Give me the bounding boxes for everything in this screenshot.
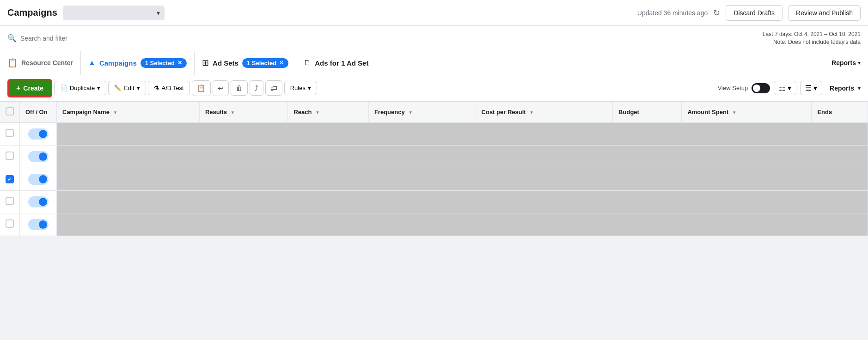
table-row [0,145,868,168]
table-row [0,213,868,236]
row3-data [57,168,868,190]
row1-checkbox[interactable] [6,129,14,137]
row4-checkbox[interactable] [6,197,14,205]
campaigns-tab[interactable]: ▲ Campaigns 1 Selected ✕ [81,51,195,75]
row1-data [57,122,868,145]
row3-checkbox-cell[interactable]: ✓ [0,168,20,190]
duplicate-dropdown-icon[interactable]: ▾ [97,85,100,91]
copy-icon-button[interactable]: 📋 [192,80,211,96]
reports-section[interactable]: Reports ▾ [831,59,861,67]
campaign-name-sort-icon[interactable]: ▼ [113,110,118,115]
table-row: ✓ [0,168,868,190]
tag-icon-button[interactable]: 🏷 [265,80,282,96]
header-frequency[interactable]: Frequency ▼ [368,102,476,123]
adsets-label: Ad Sets [213,59,238,67]
ab-test-button[interactable]: ⚗ A/B Test [148,81,190,95]
adsets-selected-badge[interactable]: 1 Selected ✕ [242,58,288,68]
create-button[interactable]: + Create [7,79,52,97]
toolbar: + Create 📄 Duplicate ▾ ✏️ Edit ▾ ⚗ A/B T… [0,75,868,102]
row2-toggle-cell[interactable] [20,145,57,168]
view-setup-section: View Setup ⚏ ▾ ☰ ▾ Reports ▾ [718,81,861,95]
search-bar: 🔍 Last 7 days: Oct 4, 2021 – Oct 10, 202… [0,26,868,51]
header-campaign-name[interactable]: Campaign Name ▼ [57,102,200,123]
resource-center-tab[interactable]: 📋 Resource Center [7,51,81,75]
plus-icon: + [16,84,20,92]
row2-checkbox-cell[interactable] [0,145,20,168]
adsets-icon: ⊞ [202,58,209,68]
layout-view-button[interactable]: ☰ ▾ [800,81,822,95]
header-budget: Budget [613,102,682,123]
row5-toggle[interactable] [25,219,51,230]
ads-icon: 🗋 [304,59,311,67]
adsets-tab[interactable]: ⊞ Ad Sets 1 Selected ✕ [195,51,296,75]
header-ends: Ends [812,102,868,123]
reports-toolbar-dropdown-icon[interactable]: ▾ [858,85,861,91]
header-select-all[interactable] [0,102,20,123]
table-header-row: Off / On Campaign Name ▼ Results ▼ Reach… [0,102,868,123]
view-setup-label: View Setup [718,85,748,91]
header-amount-spent[interactable]: Amount Spent ▼ [682,102,812,123]
date-range-text: Last 7 days: Oct 4, 2021 – Oct 10, 2021 … [763,30,861,46]
row1-toggle-cell[interactable] [20,122,57,145]
duplicate-button[interactable]: 📄 Duplicate ▾ [54,81,106,95]
columns-view-button[interactable]: ⚏ ▾ [774,81,796,95]
row3-toggle-cell[interactable] [20,168,57,190]
export-icon-button[interactable]: ⤴ [250,80,263,96]
table-row [0,190,868,213]
row1-checkbox-cell[interactable] [0,122,20,145]
edit-button[interactable]: ✏️ Edit ▾ [108,81,146,95]
cost-sort-icon[interactable]: ▼ [529,110,534,115]
campaigns-selected-badge[interactable]: 1 Selected ✕ [141,58,187,68]
rules-dropdown-icon[interactable]: ▾ [308,85,311,91]
row5-checkbox[interactable] [6,219,14,228]
campaigns-badge-close[interactable]: ✕ [177,60,182,66]
search-input[interactable] [20,35,159,42]
row5-data [57,213,868,236]
delete-icon-button[interactable]: 🗑 [231,80,248,96]
header-results[interactable]: Results ▼ [199,102,287,123]
row4-toggle[interactable] [25,196,51,207]
updated-text: Updated 36 minutes ago [637,9,708,17]
header-cost-per-result[interactable]: Cost per Result ▼ [476,102,613,123]
view-setup-toggle[interactable] [752,83,770,93]
row2-data [57,145,868,168]
campaigns-icon: ▲ [88,59,96,67]
row4-toggle-cell[interactable] [20,190,57,213]
row5-toggle-cell[interactable] [20,213,57,236]
rules-button[interactable]: Rules ▾ [284,81,317,95]
campaign-dropdown[interactable] [63,6,165,20]
row5-checkbox-cell[interactable] [0,213,20,236]
campaign-dropdown-wrapper[interactable] [63,6,165,20]
row3-toggle[interactable] [25,174,51,185]
duplicate-icon: 📄 [60,85,67,91]
select-all-checkbox[interactable] [6,107,14,115]
resource-center-label: Resource Center [21,59,73,67]
header-off-on: Off / On [20,102,57,123]
ads-for-adset-tab[interactable]: 🗋 Ads for 1 Ad Set [296,51,376,75]
edit-dropdown-icon[interactable]: ▾ [137,85,140,91]
row2-checkbox[interactable] [6,152,14,160]
review-publish-button[interactable]: Review and Publish [788,5,861,21]
campaigns-table: Off / On Campaign Name ▼ Results ▼ Reach… [0,102,868,236]
reports-dropdown-icon[interactable]: ▾ [858,60,861,66]
row4-data [57,190,868,213]
amount-sort-icon[interactable]: ▼ [732,110,737,115]
row2-toggle[interactable] [25,151,51,162]
reports-toolbar-label: Reports [830,85,854,92]
frequency-sort-icon[interactable]: ▼ [408,110,413,115]
reach-sort-icon[interactable]: ▼ [315,110,320,115]
discard-drafts-button[interactable]: Discard Drafts [726,5,782,21]
header-reach[interactable]: Reach ▼ [288,102,369,123]
row3-checkbox[interactable]: ✓ [6,175,14,183]
row1-toggle[interactable] [25,128,51,140]
flask-icon: ⚗ [154,85,159,91]
row4-checkbox-cell[interactable] [0,190,20,213]
top-bar: Campaigns Updated 36 minutes ago ↻ Disca… [0,0,868,26]
adsets-badge-close[interactable]: ✕ [279,60,284,66]
undo-icon-button[interactable]: ↩ [213,80,229,96]
nav-tabs: 📋 Resource Center ▲ Campaigns 1 Selected… [0,51,868,75]
reports-label: Reports [831,59,856,67]
results-sort-icon[interactable]: ▼ [231,110,235,115]
refresh-icon[interactable]: ↻ [713,8,720,18]
search-icon: 🔍 [7,34,17,42]
